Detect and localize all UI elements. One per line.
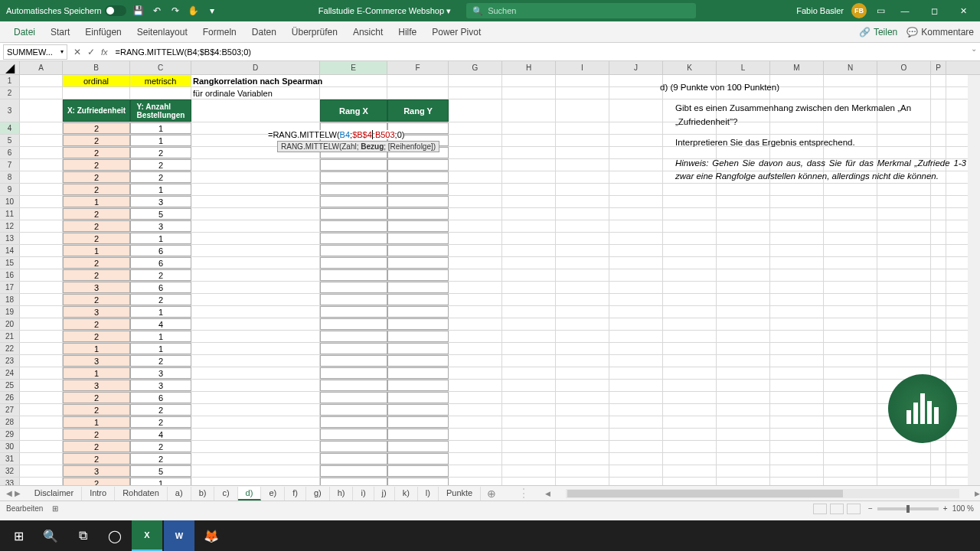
cell[interactable] [609, 257, 663, 269]
cell[interactable]: 2 [130, 404, 191, 416]
cell[interactable] [20, 478, 63, 485]
tab-ueberpruefen[interactable]: Überprüfen [284, 21, 345, 43]
row-header[interactable]: 33 [0, 478, 20, 485]
cell[interactable] [449, 367, 502, 379]
cell[interactable] [717, 257, 770, 269]
cell[interactable]: 1 [63, 245, 130, 256]
cell[interactable] [877, 269, 931, 281]
cell[interactable]: Y: AnzahlBestellungen [130, 99, 191, 122]
cell[interactable] [320, 87, 387, 99]
col-header-N[interactable]: N [824, 61, 877, 74]
cell[interactable] [609, 147, 663, 158]
cell[interactable] [556, 294, 609, 305]
col-header-E[interactable]: E [320, 61, 387, 74]
cell[interactable] [387, 171, 449, 183]
cell[interactable] [556, 282, 609, 293]
cell[interactable] [556, 208, 609, 220]
cell[interactable] [191, 257, 320, 269]
cell[interactable] [824, 380, 877, 391]
cell[interactable] [824, 257, 877, 269]
cell[interactable] [20, 355, 63, 367]
cell[interactable] [556, 380, 609, 391]
cell[interactable] [663, 196, 717, 207]
cell[interactable] [824, 294, 877, 305]
cell[interactable]: metrisch [130, 75, 191, 86]
cell[interactable]: X: Zufriedenheit [63, 99, 130, 122]
view-normal-icon[interactable] [813, 504, 827, 514]
cell[interactable] [556, 441, 609, 452]
cell[interactable] [191, 208, 320, 220]
cell[interactable] [320, 159, 387, 171]
horizontal-scrollbar[interactable] [566, 489, 959, 498]
cell[interactable]: 2 [63, 171, 130, 183]
cell[interactable] [609, 99, 663, 122]
cell[interactable] [20, 99, 63, 122]
formula-input[interactable]: =RANG.MITTELW(B4;$B$4:B503;0) [113, 47, 980, 57]
cell[interactable]: 2 [63, 429, 130, 440]
cell[interactable] [609, 367, 663, 379]
ribbon-display-icon[interactable]: ▭ [874, 5, 887, 17]
cell[interactable] [387, 75, 449, 86]
cell[interactable] [877, 331, 931, 342]
cell[interactable] [717, 367, 770, 379]
taskview-icon[interactable]: ⧉ [67, 520, 98, 551]
cell[interactable] [931, 196, 946, 207]
cell[interactable] [931, 245, 946, 256]
row-header[interactable]: 24 [0, 367, 20, 379]
cell[interactable] [717, 441, 770, 452]
cell[interactable] [20, 465, 63, 477]
cell[interactable] [877, 233, 931, 244]
cell[interactable] [320, 343, 387, 354]
row-header[interactable]: 26 [0, 392, 20, 403]
row-header[interactable]: 32 [0, 465, 20, 477]
cell[interactable] [824, 220, 877, 232]
cell[interactable]: ordinal [63, 75, 130, 86]
cell[interactable] [609, 441, 663, 452]
row-header[interactable]: 13 [0, 233, 20, 244]
cell[interactable] [770, 380, 824, 391]
row-header[interactable]: 20 [0, 318, 20, 330]
cell[interactable] [609, 429, 663, 440]
search-box[interactable]: 🔍 Suchen [466, 3, 696, 18]
cell[interactable] [320, 294, 387, 305]
cell[interactable] [877, 306, 931, 318]
cell[interactable] [609, 122, 663, 134]
cell[interactable]: 2 [63, 122, 130, 134]
cell[interactable] [556, 318, 609, 330]
row-header[interactable]: 17 [0, 282, 20, 293]
row-header[interactable]: 2 [0, 87, 20, 99]
cell[interactable]: 2 [130, 416, 191, 428]
cell[interactable] [663, 355, 717, 367]
close-button[interactable]: ✕ [952, 0, 974, 21]
cell[interactable] [320, 269, 387, 281]
cell[interactable] [502, 99, 556, 122]
cell[interactable] [20, 380, 63, 391]
cell[interactable] [320, 282, 387, 293]
cell[interactable] [609, 269, 663, 281]
col-header-P[interactable]: P [931, 61, 946, 74]
cell[interactable] [824, 465, 877, 477]
cell[interactable] [320, 257, 387, 269]
cell[interactable]: 2 [130, 171, 191, 183]
cell[interactable]: 2 [63, 294, 130, 305]
cell[interactable]: 2 [63, 269, 130, 281]
minimize-button[interactable]: — [894, 0, 916, 21]
cell[interactable] [191, 318, 320, 330]
cell[interactable] [663, 429, 717, 440]
cell[interactable] [449, 75, 502, 86]
cell[interactable] [824, 306, 877, 318]
row-header[interactable]: 12 [0, 220, 20, 232]
col-header-B[interactable]: B [63, 61, 130, 74]
cell[interactable] [556, 220, 609, 232]
cell[interactable] [556, 355, 609, 367]
sheet-tab-e)[interactable]: e) [261, 487, 285, 500]
cell[interactable] [770, 367, 824, 379]
cell[interactable] [770, 392, 824, 403]
cell[interactable] [770, 453, 824, 465]
cell[interactable] [609, 159, 663, 171]
cell[interactable] [556, 135, 609, 146]
cell[interactable] [320, 331, 387, 342]
cell[interactable]: 1 [63, 343, 130, 354]
cell[interactable] [449, 416, 502, 428]
cell[interactable] [502, 184, 556, 195]
